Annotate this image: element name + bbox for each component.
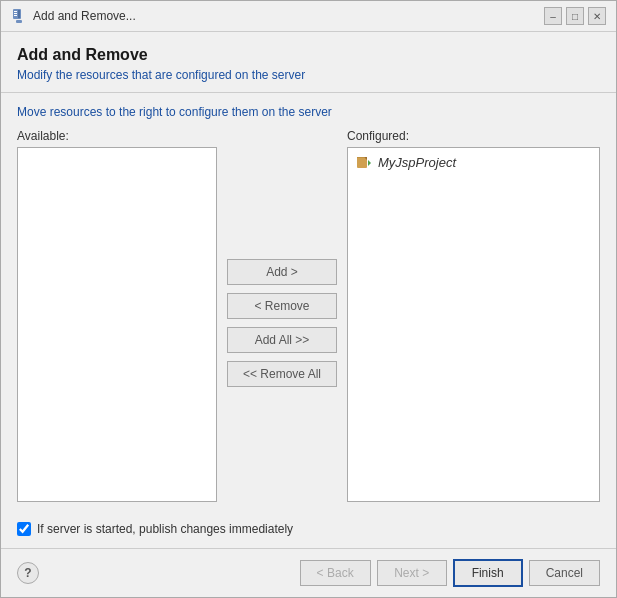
svg-rect-5 [16,20,22,23]
svg-rect-4 [18,10,20,18]
title-bar-left: Add and Remove... [11,8,136,24]
help-button[interactable]: ? [17,562,39,584]
dialog-title: Add and Remove [17,46,600,64]
configured-item-name: MyJspProject [378,155,456,170]
remove-button[interactable]: < Remove [227,293,337,319]
server-icon [11,8,27,24]
close-button[interactable]: ✕ [588,7,606,25]
svg-marker-9 [368,160,371,166]
back-button[interactable]: < Back [300,560,371,586]
available-section: Available: [17,129,217,502]
configured-list[interactable]: MyJspProject [347,147,600,502]
checkbox-area: If server is started, publish changes im… [17,514,600,536]
finish-button[interactable]: Finish [453,559,523,587]
remove-all-button[interactable]: << Remove All [227,361,337,387]
footer-right: < Back Next > Finish Cancel [300,559,600,587]
publish-checkbox-label: If server is started, publish changes im… [37,522,293,536]
minimize-button[interactable]: – [544,7,562,25]
action-buttons: Add > < Remove Add All >> << Remove All [217,129,347,502]
add-all-button[interactable]: Add All >> [227,327,337,353]
available-label: Available: [17,129,217,143]
instruction-text: Move resources to the right to configure… [17,105,600,119]
svg-rect-6 [357,157,367,168]
dialog: Add and Remove... – □ ✕ Add and Remove M… [0,0,617,598]
title-bar-controls: – □ ✕ [544,7,606,25]
next-button[interactable]: Next > [377,560,447,586]
maximize-button[interactable]: □ [566,7,584,25]
svg-rect-8 [357,157,364,158]
cancel-button[interactable]: Cancel [529,560,600,586]
dialog-subtitle: Modify the resources that are configured… [17,68,600,82]
publish-checkbox[interactable] [17,522,31,536]
svg-rect-1 [14,11,17,12]
columns-area: Available: Add > < Remove Add All >> << … [17,129,600,502]
svg-rect-3 [14,15,17,16]
configured-section: Configured: MyJspProject [347,129,600,502]
title-bar: Add and Remove... – □ ✕ [1,1,616,32]
configured-label: Configured: [347,129,600,143]
title-bar-text: Add and Remove... [33,9,136,23]
available-list[interactable] [17,147,217,502]
add-button[interactable]: Add > [227,259,337,285]
main-content: Move resources to the right to configure… [1,93,616,548]
list-item: MyJspProject [352,152,595,172]
header-section: Add and Remove Modify the resources that… [1,32,616,93]
footer: ? < Back Next > Finish Cancel [1,548,616,597]
svg-rect-2 [14,13,17,14]
project-icon [356,154,372,170]
footer-left: ? [17,562,39,584]
